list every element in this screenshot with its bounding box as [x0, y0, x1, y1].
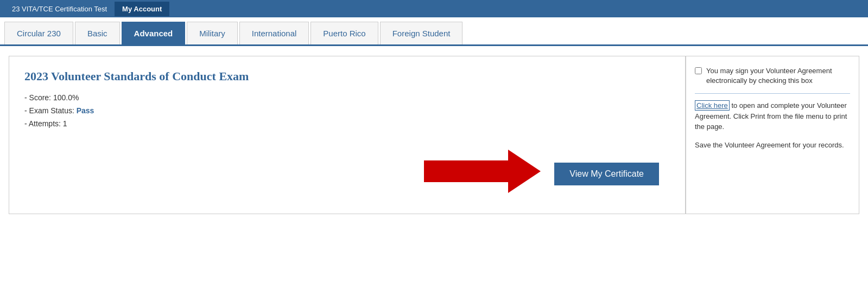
- click-here-paragraph: Click here to open and complete your Vol…: [695, 100, 850, 132]
- view-certificate-button[interactable]: View My Certificate: [554, 163, 659, 185]
- right-panel: You may sign your Volunteer Agreement el…: [686, 56, 859, 214]
- top-nav-item-myaccount[interactable]: My Account: [115, 2, 169, 16]
- attempts-label: - Attempts:: [24, 119, 63, 128]
- tab-basic[interactable]: Basic: [75, 22, 120, 44]
- attempts-row: - Attempts: 1: [24, 119, 670, 128]
- score-label: - Score:: [24, 93, 53, 102]
- main-content: 2023 Volunteer Standards of Conduct Exam…: [0, 46, 868, 214]
- tab-circular230[interactable]: Circular 230: [4, 22, 73, 44]
- exam-title: 2023 Volunteer Standards of Conduct Exam: [24, 69, 670, 83]
- tab-row: Circular 230 Basic Advanced Military Int…: [0, 17, 868, 46]
- svg-marker-0: [424, 150, 541, 193]
- left-panel: 2023 Volunteer Standards of Conduct Exam…: [9, 56, 686, 214]
- tab-advanced[interactable]: Advanced: [122, 22, 186, 44]
- tab-puerto-rico[interactable]: Puerto Rico: [311, 22, 378, 44]
- score-row: - Score: 100.0%: [24, 93, 670, 102]
- click-here-link[interactable]: Click here: [695, 100, 730, 111]
- right-panel-divider: [695, 93, 850, 94]
- status-row: - Exam Status: Pass: [24, 106, 670, 115]
- panel-bottom-row: View My Certificate: [24, 144, 670, 198]
- tab-military[interactable]: Military: [187, 22, 238, 44]
- status-value: Pass: [77, 106, 94, 115]
- save-agreement-text: Save the Volunteer Agreement for your re…: [695, 140, 850, 151]
- volunteer-agreement-checkbox-row: You may sign your Volunteer Agreement el…: [695, 66, 850, 86]
- left-panel-inner: 2023 Volunteer Standards of Conduct Exam…: [24, 69, 670, 198]
- red-arrow-icon: [424, 144, 543, 198]
- volunteer-checkbox-label: You may sign your Volunteer Agreement el…: [706, 66, 850, 86]
- score-value: 100.0%: [53, 93, 79, 102]
- top-nav: 23 VITA/TCE Certification Test My Accoun…: [0, 0, 868, 17]
- tab-foreign-student[interactable]: Foreign Student: [380, 22, 463, 44]
- volunteer-agreement-checkbox[interactable]: [695, 67, 702, 74]
- attempts-value: 1: [63, 119, 67, 128]
- tab-international[interactable]: International: [239, 22, 309, 44]
- exam-details: - Score: 100.0% - Exam Status: Pass - At…: [24, 93, 670, 128]
- top-nav-item-certification[interactable]: 23 VITA/TCE Certification Test: [4, 2, 115, 16]
- status-label: - Exam Status:: [24, 106, 77, 115]
